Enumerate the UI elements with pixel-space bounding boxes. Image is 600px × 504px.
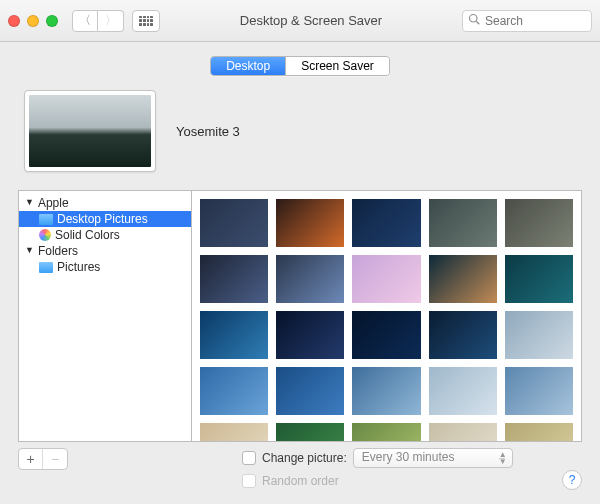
- disclosure-triangle-icon[interactable]: ▼: [25, 197, 34, 207]
- sidebar-item-label: Pictures: [57, 260, 100, 274]
- sidebar-item-solid-colors[interactable]: Solid Colors: [19, 227, 191, 243]
- sidebar-item-desktop-pictures[interactable]: Desktop Pictures: [19, 211, 191, 227]
- add-remove-folder-control: + −: [18, 448, 68, 470]
- sidebar-item-label: Desktop Pictures: [57, 212, 148, 226]
- wallpaper-thumbnail[interactable]: [200, 199, 268, 247]
- wallpaper-thumbnail[interactable]: [429, 423, 497, 442]
- window-controls: [8, 15, 58, 27]
- content-area: Desktop Screen Saver Yosemite 3 ▼ Apple …: [0, 42, 600, 498]
- add-folder-button[interactable]: +: [19, 449, 43, 469]
- minimize-window-button[interactable]: [27, 15, 39, 27]
- wallpaper-thumbnail[interactable]: [352, 311, 420, 359]
- wallpaper-thumbnail[interactable]: [352, 199, 420, 247]
- stepper-arrows-icon: ▲▼: [499, 451, 507, 465]
- svg-point-0: [470, 14, 478, 22]
- wallpaper-thumbnail[interactable]: [505, 199, 573, 247]
- titlebar: 〈 〉 Desktop & Screen Saver: [0, 0, 600, 42]
- color-wheel-icon: [39, 229, 51, 241]
- wallpaper-thumbnail[interactable]: [429, 199, 497, 247]
- wallpaper-thumbnail[interactable]: [200, 311, 268, 359]
- wallpaper-thumbnail[interactable]: [429, 367, 497, 415]
- sidebar-group-folders[interactable]: ▼ Folders: [19, 243, 191, 259]
- folder-icon: [39, 262, 53, 273]
- disclosure-triangle-icon[interactable]: ▼: [25, 245, 34, 255]
- tab-segmented-control: Desktop Screen Saver: [18, 56, 582, 76]
- source-sidebar: ▼ Apple Desktop Pictures Solid Colors ▼ …: [18, 190, 192, 442]
- current-wallpaper-preview: [24, 90, 156, 172]
- wallpaper-thumbnail[interactable]: [276, 255, 344, 303]
- zoom-window-button[interactable]: [46, 15, 58, 27]
- tab-desktop[interactable]: Desktop: [211, 57, 286, 75]
- window-title: Desktop & Screen Saver: [168, 13, 454, 28]
- random-order-label: Random order: [262, 474, 339, 488]
- nav-buttons: 〈 〉: [72, 10, 124, 32]
- change-picture-checkbox[interactable]: [242, 451, 256, 465]
- show-all-prefs-button[interactable]: [132, 10, 160, 32]
- wallpaper-thumbnail[interactable]: [429, 311, 497, 359]
- wallpaper-thumbnail[interactable]: [200, 255, 268, 303]
- help-button[interactable]: ?: [562, 470, 582, 490]
- search-field-wrap: [462, 10, 592, 32]
- wallpaper-thumbnail[interactable]: [352, 367, 420, 415]
- wallpaper-thumbnail[interactable]: [352, 423, 420, 442]
- svg-line-1: [476, 21, 479, 24]
- wallpaper-thumbnail[interactable]: [200, 367, 268, 415]
- footer-controls: + − Change picture: Every 30 minutes ▲▼ …: [18, 448, 582, 488]
- current-wallpaper-name: Yosemite 3: [176, 124, 240, 139]
- thumbnail-grid: [192, 190, 582, 442]
- wallpaper-thumbnail[interactable]: [505, 423, 573, 442]
- search-icon: [468, 13, 480, 28]
- wallpaper-thumbnail[interactable]: [276, 199, 344, 247]
- remove-folder-button: −: [43, 449, 67, 469]
- wallpaper-thumbnail[interactable]: [276, 423, 344, 442]
- sidebar-item-label: Solid Colors: [55, 228, 120, 242]
- sidebar-group-label: Apple: [38, 196, 69, 210]
- folder-icon: [39, 214, 53, 225]
- wallpaper-thumbnail[interactable]: [505, 367, 573, 415]
- sidebar-item-pictures[interactable]: Pictures: [19, 259, 191, 275]
- sidebar-group-label: Folders: [38, 244, 78, 258]
- random-order-checkbox: [242, 474, 256, 488]
- search-input[interactable]: [462, 10, 592, 32]
- preview-row: Yosemite 3: [18, 90, 582, 172]
- forward-button: 〉: [98, 10, 124, 32]
- tab-screen-saver[interactable]: Screen Saver: [286, 57, 389, 75]
- change-interval-value: Every 30 minutes: [362, 450, 455, 464]
- change-interval-popup[interactable]: Every 30 minutes ▲▼: [353, 448, 513, 468]
- back-button[interactable]: 〈: [72, 10, 98, 32]
- wallpaper-thumbnail[interactable]: [200, 423, 268, 442]
- wallpaper-thumbnail[interactable]: [505, 311, 573, 359]
- split-panel: ▼ Apple Desktop Pictures Solid Colors ▼ …: [18, 190, 582, 442]
- change-picture-label: Change picture:: [262, 451, 347, 465]
- sidebar-group-apple[interactable]: ▼ Apple: [19, 195, 191, 211]
- wallpaper-thumbnail[interactable]: [505, 255, 573, 303]
- wallpaper-thumbnail[interactable]: [352, 255, 420, 303]
- wallpaper-thumbnail[interactable]: [429, 255, 497, 303]
- wallpaper-thumbnail[interactable]: [276, 367, 344, 415]
- close-window-button[interactable]: [8, 15, 20, 27]
- wallpaper-thumbnail[interactable]: [276, 311, 344, 359]
